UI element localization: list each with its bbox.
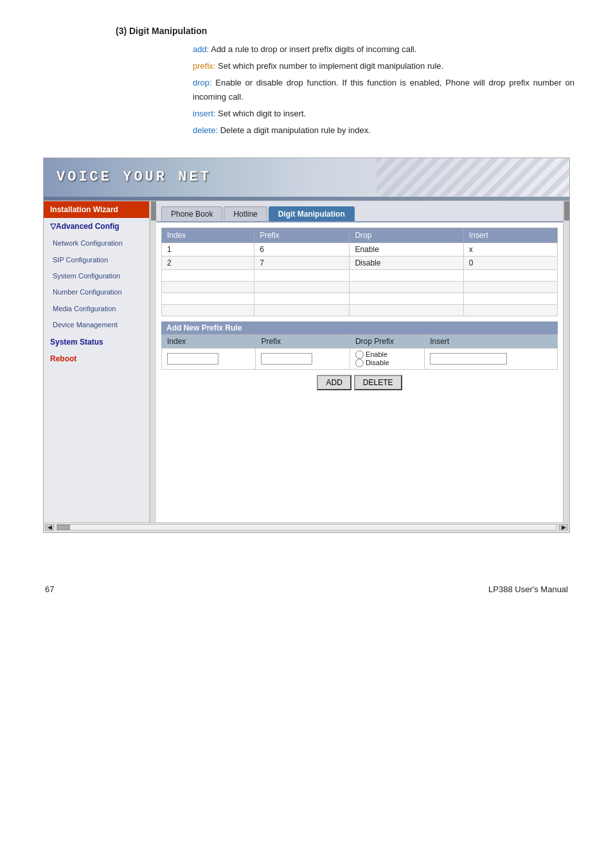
col-header-insert: Insert xyxy=(463,228,557,242)
main-content: Phone Book Hotline Digit Manipulation In… xyxy=(156,201,563,522)
col-header-index: Index xyxy=(162,228,254,242)
cell-drop-2: Disable xyxy=(350,256,463,269)
enable-radio[interactable] xyxy=(355,350,364,359)
cell-drop-1: Enable xyxy=(350,242,463,256)
banner-logo: VOICE YOUR NET xyxy=(57,169,211,185)
add-button[interactable]: ADD xyxy=(317,375,351,390)
add-rule-title: Add New Prefix Rule xyxy=(161,321,558,334)
cell-prefix-2: 7 xyxy=(254,256,350,269)
content-wrapper: Installation Wizard ▽Advanced Config Net… xyxy=(44,201,569,522)
add-rule-table: Index Prefix Drop Prefix Insert xyxy=(161,334,558,370)
sidebar-item-system-status[interactable]: System Status xyxy=(44,334,149,351)
page-footer: 67 LP388 User's Manual xyxy=(39,584,574,594)
page-number: 67 xyxy=(45,584,54,594)
disable-radio-label[interactable]: Disable xyxy=(355,359,419,367)
add-rule-row: Enable Disable xyxy=(162,348,558,369)
table-row: 2 7 Disable 0 xyxy=(162,256,558,269)
keyword-add: add: xyxy=(193,44,209,54)
add-insert-cell xyxy=(425,348,558,369)
doc-drop-text: Enable or disable drop function. If this… xyxy=(193,78,574,102)
doc-section: (3) Digit Manipulation add: Add a rule t… xyxy=(39,26,574,138)
button-row: ADD DELETE xyxy=(161,370,558,395)
tab-digit-manipulation[interactable]: Digit Manipulation xyxy=(269,206,355,221)
keyword-delete: delete: xyxy=(193,125,218,135)
doc-delete: delete: Delete a digit manipulation rule… xyxy=(193,123,574,138)
add-rule-section: Add New Prefix Rule Index Prefix Drop Pr… xyxy=(161,321,558,370)
doc-delete-text: Delete a digit manipulation rule by inde… xyxy=(218,125,371,135)
h-scrollbar[interactable] xyxy=(57,524,556,530)
cell-insert-1: x xyxy=(463,242,557,256)
table-wrapper: Index Prefix Drop Insert 1 6 Enable x xyxy=(156,222,563,401)
add-col-drop-prefix: Drop Prefix xyxy=(350,334,424,348)
add-insert-input[interactable] xyxy=(430,353,507,365)
col-header-prefix: Prefix xyxy=(254,228,350,242)
main-scrollbar[interactable] xyxy=(563,201,569,522)
sidebar-item-sip-config[interactable]: SIP Configuration xyxy=(44,252,149,268)
tab-hotline[interactable]: Hotline xyxy=(224,206,267,221)
add-drop-cell: Enable Disable xyxy=(350,348,424,369)
doc-add-text: Add a rule to drop or insert prefix digi… xyxy=(209,44,416,54)
sidebar-scrollbar[interactable] xyxy=(150,201,156,522)
add-col-index: Index xyxy=(162,334,256,348)
doc-body: add: Add a rule to drop or insert prefix… xyxy=(193,42,574,138)
add-prefix-input[interactable] xyxy=(261,353,312,365)
tab-bar: Phone Book Hotline Digit Manipulation xyxy=(156,201,563,222)
manual-name: LP388 User's Manual xyxy=(488,584,568,594)
cell-prefix-1: 6 xyxy=(254,242,350,256)
doc-title: (3) Digit Manipulation xyxy=(116,26,574,36)
keyword-drop: drop: xyxy=(193,78,212,87)
sidebar-item-system-config[interactable]: System Configuration xyxy=(44,268,149,284)
add-col-insert: Insert xyxy=(425,334,558,348)
enable-radio-label[interactable]: Enable xyxy=(355,350,419,359)
cell-index-2: 2 xyxy=(162,256,254,269)
sidebar-item-media-config[interactable]: Media Configuration xyxy=(44,301,149,317)
add-index-cell xyxy=(162,348,256,369)
cell-index-1: 1 xyxy=(162,242,254,256)
sidebar-item-device-mgmt[interactable]: Device Management xyxy=(44,317,149,333)
tab-phone-book[interactable]: Phone Book xyxy=(161,206,222,221)
sidebar-with-scroll: Installation Wizard ▽Advanced Config Net… xyxy=(44,201,156,522)
banner: VOICE YOUR NET xyxy=(44,158,569,197)
table-row: 1 6 Enable x xyxy=(162,242,558,256)
add-index-input[interactable] xyxy=(167,353,218,365)
keyword-prefix: prefix: xyxy=(193,61,215,71)
h-scroll-thumb xyxy=(57,525,70,530)
sidebar: Installation Wizard ▽Advanced Config Net… xyxy=(44,201,150,522)
table-row-empty xyxy=(162,281,558,293)
table-row-empty xyxy=(162,293,558,304)
table-row-empty xyxy=(162,304,558,316)
doc-prefix-text: Set which prefix number to implement dig… xyxy=(215,61,443,71)
scroll-right-arrow[interactable]: ▶ xyxy=(559,524,568,530)
sidebar-item-network-config[interactable]: Network Configuration xyxy=(44,235,149,251)
browser-frame: VOICE YOUR NET Installation Wizard ▽Adva… xyxy=(43,158,570,533)
col-header-drop: Drop xyxy=(350,228,463,242)
cell-insert-2: 0 xyxy=(463,256,557,269)
drop-prefix-radio-group: Enable Disable xyxy=(355,350,419,367)
add-prefix-cell xyxy=(256,348,350,369)
doc-prefix: prefix: Set which prefix number to imple… xyxy=(193,59,574,73)
doc-insert-text: Set which digit to insert. xyxy=(215,109,306,118)
main-scroll-thumb xyxy=(564,201,569,221)
sidebar-item-advanced-config[interactable]: ▽Advanced Config xyxy=(44,218,149,235)
table-row-empty xyxy=(162,269,558,281)
scroll-left-arrow[interactable]: ◀ xyxy=(45,524,54,530)
disable-radio[interactable] xyxy=(355,359,364,367)
doc-insert: insert: Set which digit to insert. xyxy=(193,107,574,121)
keyword-insert: insert: xyxy=(193,109,215,118)
banner-stripes xyxy=(377,158,569,197)
delete-button[interactable]: DELETE xyxy=(354,375,402,390)
data-table: Index Prefix Drop Insert 1 6 Enable x xyxy=(161,228,558,316)
doc-add: add: Add a rule to drop or insert prefix… xyxy=(193,42,574,57)
sidebar-item-number-config[interactable]: Number Configuration xyxy=(44,284,149,300)
doc-drop: drop: Enable or disable drop function. I… xyxy=(193,76,574,104)
sidebar-item-installation-wizard[interactable]: Installation Wizard xyxy=(44,201,149,219)
browser-bottom-bar: ◀ ▶ xyxy=(44,522,569,532)
add-col-prefix: Prefix xyxy=(256,334,350,348)
sidebar-item-reboot[interactable]: Reboot xyxy=(44,350,149,368)
sidebar-scroll-thumb xyxy=(151,201,156,221)
